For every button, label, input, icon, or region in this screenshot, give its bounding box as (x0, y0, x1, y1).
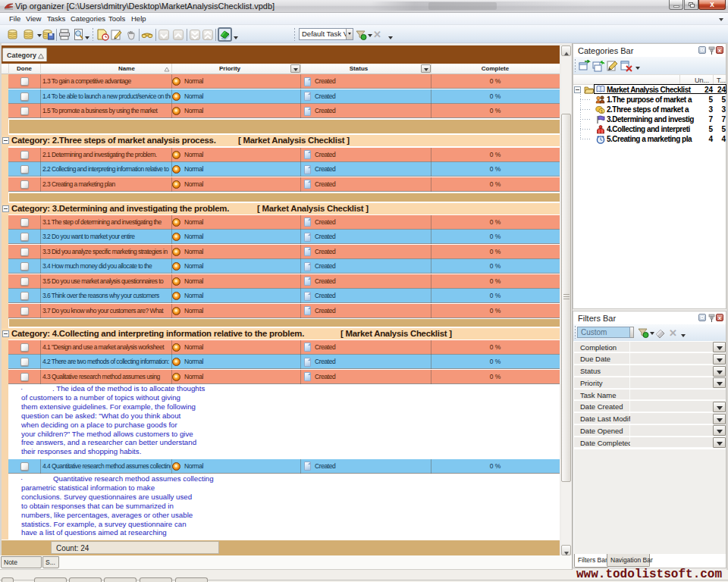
svg-text:$: $ (601, 109, 603, 114)
